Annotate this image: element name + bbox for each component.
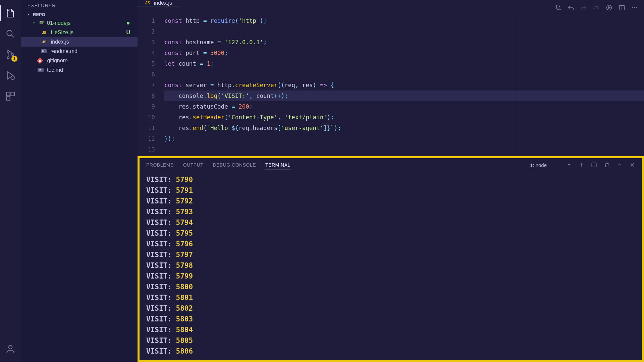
terminal-line: VISIT: 5798: [146, 260, 635, 271]
panel-tab-output[interactable]: OUTPUT: [183, 162, 204, 168]
sidebar-file[interactable]: M↓readme.md: [21, 47, 138, 56]
kill-terminal-icon[interactable]: [604, 162, 610, 168]
more-icon[interactable]: [631, 4, 638, 11]
svg-point-1: [7, 51, 9, 53]
last-edit-icon[interactable]: [593, 4, 600, 11]
activity-run-debug[interactable]: [0, 65, 21, 86]
editor[interactable]: 12345678910111213 const http = require('…: [138, 15, 644, 156]
close-panel-icon[interactable]: [629, 162, 635, 168]
md-file-icon: M↓: [41, 49, 47, 53]
terminal-line: VISIT: 5806: [146, 346, 635, 357]
code-line[interactable]: [164, 69, 644, 80]
gitignore-file-icon: ◆: [37, 57, 43, 64]
sidebar-section-label: REPO: [33, 12, 45, 17]
svg-point-12: [596, 7, 597, 8]
activity-account[interactable]: [0, 339, 21, 359]
line-gutter: 12345678910111213: [138, 15, 164, 156]
code-line[interactable]: const hostname = '127.0.0.1';: [164, 37, 644, 48]
sidebar-file[interactable]: JSindex.js: [21, 37, 138, 47]
maximize-panel-icon[interactable]: [616, 162, 623, 168]
svg-point-10: [559, 9, 560, 10]
file-name: toc.md: [47, 67, 63, 73]
terminal-line: VISIT: 5790: [146, 174, 635, 185]
code-line[interactable]: const http = require('http');: [164, 15, 644, 26]
svg-rect-6: [11, 92, 14, 96]
sidebar-file[interactable]: M↓toc.md: [21, 65, 138, 75]
terminal-line: VISIT: 5796: [146, 239, 635, 249]
sidebar-file[interactable]: ◆.gitignore: [21, 56, 138, 65]
sidebar-folder[interactable]: 01-nodejs: [21, 18, 138, 28]
code-line[interactable]: const port = 3000;: [164, 48, 644, 58]
panel-tab-debug-console[interactable]: DEBUG CONSOLE: [213, 162, 256, 168]
terminal-line: VISIT: 5794: [146, 217, 635, 228]
code-line[interactable]: console.log('VISIT:', count++);: [164, 90, 644, 101]
svg-point-11: [594, 6, 599, 9]
run-debug-icon: [5, 70, 16, 81]
code-line[interactable]: res.end(`Hello ${req.headers['user-agent…: [164, 123, 644, 133]
code-line[interactable]: let count = 1;: [164, 58, 644, 69]
terminal-line: VISIT: 5802: [146, 303, 635, 314]
activity-search[interactable]: [0, 23, 21, 44]
svg-point-15: [632, 7, 633, 8]
terminal-selector-label: 1: node: [530, 162, 547, 168]
go-back-icon[interactable]: [568, 4, 574, 11]
tab-label: index.js: [154, 0, 172, 6]
editor-ruler: [515, 15, 515, 156]
activity-explorer[interactable]: [0, 3, 21, 23]
svg-rect-5: [6, 92, 10, 96]
js-file-icon: JS: [144, 0, 151, 6]
chevron-down-icon: [32, 21, 36, 25]
svg-point-16: [634, 7, 635, 8]
svg-point-9: [556, 5, 557, 7]
bottom-panel: PROBLEMSOUTPUTDEBUG CONSOLETERMINAL 1: n…: [138, 156, 644, 362]
sidebar-section-repo[interactable]: REPO: [21, 11, 138, 18]
activity-source-control[interactable]: 1: [0, 44, 21, 65]
file-name: readme.md: [50, 48, 77, 54]
svg-point-17: [636, 7, 637, 8]
chevron-down-icon: [26, 12, 31, 17]
terminal-output[interactable]: VISIT: 5790VISIT: 5791VISIT: 5792VISIT: …: [140, 172, 642, 360]
terminal-line: VISIT: 5799: [146, 271, 635, 282]
terminal-line: VISIT: 5797: [146, 249, 635, 260]
terminal-line: VISIT: 5800: [146, 282, 635, 292]
sidebar-file[interactable]: JSfileSize.jsU: [21, 28, 138, 37]
folder-open-icon: [39, 20, 44, 26]
run-icon[interactable]: [606, 4, 612, 11]
search-icon: [5, 28, 16, 39]
sidebar: EXPLORER REPO 01-nodejs JSfileSize.jsUJS…: [21, 0, 138, 362]
files-icon: [5, 8, 16, 18]
code-area[interactable]: const http = require('http');const hostn…: [164, 15, 644, 156]
file-name: fileSize.js: [51, 29, 73, 36]
split-terminal-icon[interactable]: [591, 162, 597, 168]
tab-bar: JSindex.js: [138, 0, 644, 15]
compare-changes-icon[interactable]: [555, 4, 561, 11]
code-line[interactable]: });: [164, 133, 644, 144]
activity-extensions[interactable]: [0, 86, 21, 107]
code-line[interactable]: [164, 144, 644, 155]
panel-tab-bar: PROBLEMSOUTPUTDEBUG CONSOLETERMINAL 1: n…: [140, 158, 642, 172]
go-forward-icon[interactable]: [580, 4, 587, 11]
md-file-icon: M↓: [38, 68, 44, 72]
file-name: .gitignore: [46, 58, 68, 64]
js-file-icon: JS: [41, 40, 47, 44]
new-terminal-icon[interactable]: [578, 162, 584, 168]
scm-badge: 1: [11, 56, 17, 62]
terminal-line: VISIT: 5791: [146, 185, 635, 196]
terminal-line: VISIT: 5805: [146, 335, 635, 346]
svg-rect-7: [6, 97, 10, 100]
folder-modified-dot: [127, 22, 129, 24]
code-line[interactable]: res.setHeader('Content-Type', 'text/plai…: [164, 112, 644, 123]
editor-actions: [549, 0, 644, 15]
svg-point-2: [7, 57, 9, 59]
editor-tab[interactable]: JSindex.js: [138, 0, 179, 6]
code-line[interactable]: const server = http.createServer((req, r…: [164, 80, 644, 90]
code-line[interactable]: res.statusCode = 200;: [164, 101, 644, 112]
terminal-line: VISIT: 5793: [146, 206, 635, 217]
terminal-line: VISIT: 5804: [146, 324, 635, 335]
main-area: JSindex.js 12345678910111213 const http …: [138, 0, 644, 362]
split-editor-icon[interactable]: [619, 4, 625, 11]
panel-tab-terminal[interactable]: TERMINAL: [265, 162, 290, 170]
panel-tab-problems[interactable]: PROBLEMS: [146, 162, 174, 168]
code-line[interactable]: [164, 26, 644, 37]
terminal-selector[interactable]: 1: node: [530, 162, 572, 168]
